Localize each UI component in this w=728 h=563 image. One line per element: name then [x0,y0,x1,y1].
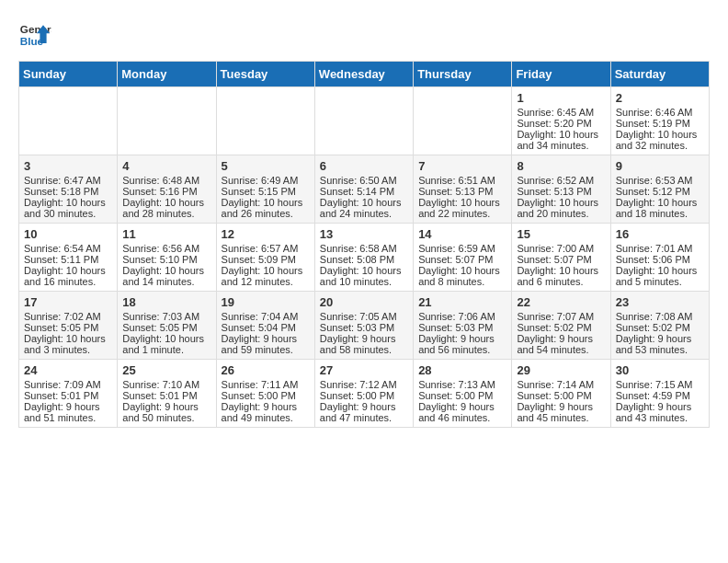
week-row-4: 17Sunrise: 7:02 AMSunset: 5:05 PMDayligh… [19,292,710,360]
daylight-text: Daylight: 9 hours and 49 minutes. [222,401,298,423]
logo-icon: General Blue [18,18,51,52]
sunrise-text: Sunrise: 7:15 AM [616,379,693,390]
calendar-cell: 18Sunrise: 7:03 AMSunset: 5:05 PMDayligh… [118,292,216,360]
calendar-cell: 27Sunrise: 7:12 AMSunset: 5:00 PMDayligh… [314,360,413,428]
calendar-cell: 26Sunrise: 7:11 AMSunset: 5:00 PMDayligh… [216,360,314,428]
calendar-cell: 29Sunrise: 7:14 AMSunset: 5:00 PMDayligh… [512,360,610,428]
sunrise-text: Sunrise: 6:49 AM [222,175,299,186]
logo: General Blue [18,18,51,52]
sunset-text: Sunset: 5:03 PM [418,322,493,333]
calendar-cell: 5Sunrise: 6:49 AMSunset: 5:15 PMDaylight… [216,155,314,224]
day-number: 27 [320,363,408,377]
day-number: 12 [222,227,310,241]
sunset-text: Sunset: 5:11 PM [24,254,98,265]
calendar-cell: 11Sunrise: 6:56 AMSunset: 5:10 PMDayligh… [118,224,216,292]
weekday-header-thursday: Thursday [414,62,512,87]
sunrise-text: Sunrise: 7:11 AM [222,379,299,390]
sunset-text: Sunset: 5:07 PM [418,254,493,265]
daylight-text: Daylight: 9 hours and 51 minutes. [24,401,100,423]
weekday-header-row: SundayMondayTuesdayWednesdayThursdayFrid… [19,62,710,87]
sunset-text: Sunset: 5:00 PM [517,390,591,401]
day-number: 28 [418,363,506,377]
day-number: 29 [517,363,605,377]
calendar-cell: 30Sunrise: 7:15 AMSunset: 4:59 PMDayligh… [610,360,709,428]
weekday-header-monday: Monday [118,62,216,87]
sunset-text: Sunset: 5:09 PM [222,254,296,265]
calendar-cell: 4Sunrise: 6:48 AMSunset: 5:16 PMDaylight… [118,155,216,224]
sunset-text: Sunset: 5:13 PM [517,186,591,197]
calendar-cell [118,87,216,155]
calendar-cell: 3Sunrise: 6:47 AMSunset: 5:18 PMDaylight… [19,155,118,224]
week-row-1: 1Sunrise: 6:45 AMSunset: 5:20 PMDaylight… [19,87,710,155]
page-header: General Blue [18,18,710,52]
weekday-header-saturday: Saturday [610,62,709,87]
sunrise-text: Sunrise: 7:12 AM [320,379,397,390]
sunrise-text: Sunrise: 6:59 AM [418,243,495,254]
sunrise-text: Sunrise: 7:09 AM [24,379,101,390]
sunset-text: Sunset: 5:05 PM [24,322,98,333]
weekday-header-friday: Friday [512,62,610,87]
daylight-text: Daylight: 9 hours and 54 minutes. [517,333,593,355]
calendar-cell: 9Sunrise: 6:53 AMSunset: 5:12 PMDaylight… [610,155,709,224]
daylight-text: Daylight: 9 hours and 59 minutes. [222,333,298,355]
daylight-text: Daylight: 9 hours and 45 minutes. [517,401,593,423]
calendar-cell: 14Sunrise: 6:59 AMSunset: 5:07 PMDayligh… [414,224,512,292]
sunrise-text: Sunrise: 6:50 AM [320,175,397,186]
day-number: 2 [616,91,704,105]
calendar-cell: 2Sunrise: 6:46 AMSunset: 5:19 PMDaylight… [610,87,709,155]
sunrise-text: Sunrise: 6:54 AM [24,243,101,254]
daylight-text: Daylight: 10 hours and 32 minutes. [616,129,698,151]
sunrise-text: Sunrise: 7:03 AM [122,311,199,322]
day-number: 10 [24,227,112,241]
calendar-cell: 21Sunrise: 7:06 AMSunset: 5:03 PMDayligh… [414,292,512,360]
sunset-text: Sunset: 5:08 PM [320,254,394,265]
calendar-cell: 17Sunrise: 7:02 AMSunset: 5:05 PMDayligh… [19,292,118,360]
week-row-3: 10Sunrise: 6:54 AMSunset: 5:11 PMDayligh… [19,224,710,292]
calendar-table: SundayMondayTuesdayWednesdayThursdayFrid… [18,61,710,428]
calendar-cell: 16Sunrise: 7:01 AMSunset: 5:06 PMDayligh… [610,224,709,292]
day-number: 17 [24,295,112,309]
sunset-text: Sunset: 5:00 PM [418,390,493,401]
sunset-text: Sunset: 5:14 PM [320,186,394,197]
sunrise-text: Sunrise: 6:48 AM [122,175,199,186]
sunset-text: Sunset: 5:07 PM [517,254,591,265]
calendar-cell: 20Sunrise: 7:05 AMSunset: 5:03 PMDayligh… [314,292,413,360]
sunset-text: Sunset: 5:05 PM [122,322,197,333]
calendar-cell [414,87,512,155]
day-number: 19 [222,295,310,309]
sunrise-text: Sunrise: 6:53 AM [616,175,693,186]
daylight-text: Daylight: 10 hours and 14 minutes. [122,265,204,287]
daylight-text: Daylight: 9 hours and 43 minutes. [616,401,692,423]
sunset-text: Sunset: 5:00 PM [222,390,296,401]
sunrise-text: Sunrise: 6:45 AM [517,107,594,118]
sunset-text: Sunset: 5:00 PM [320,390,394,401]
day-number: 14 [418,227,506,241]
weekday-header-tuesday: Tuesday [216,62,314,87]
sunset-text: Sunset: 5:04 PM [222,322,296,333]
sunrise-text: Sunrise: 6:56 AM [122,243,199,254]
sunrise-text: Sunrise: 7:13 AM [418,379,495,390]
day-number: 6 [320,159,408,173]
sunset-text: Sunset: 5:12 PM [616,186,690,197]
daylight-text: Daylight: 10 hours and 12 minutes. [222,265,303,287]
sunrise-text: Sunrise: 7:05 AM [320,311,397,322]
calendar-cell [314,87,413,155]
calendar-cell: 10Sunrise: 6:54 AMSunset: 5:11 PMDayligh… [19,224,118,292]
daylight-text: Daylight: 9 hours and 56 minutes. [418,333,495,355]
calendar-cell: 7Sunrise: 6:51 AMSunset: 5:13 PMDaylight… [414,155,512,224]
calendar-cell: 25Sunrise: 7:10 AMSunset: 5:01 PMDayligh… [118,360,216,428]
sunset-text: Sunset: 5:01 PM [122,390,197,401]
day-number: 23 [616,295,704,309]
daylight-text: Daylight: 10 hours and 22 minutes. [418,197,500,219]
sunrise-text: Sunrise: 6:58 AM [320,243,397,254]
sunrise-text: Sunrise: 7:08 AM [616,311,693,322]
daylight-text: Daylight: 10 hours and 3 minutes. [24,333,106,355]
daylight-text: Daylight: 10 hours and 24 minutes. [320,197,402,219]
day-number: 3 [24,159,112,173]
sunset-text: Sunset: 5:02 PM [616,322,690,333]
daylight-text: Daylight: 9 hours and 58 minutes. [320,333,396,355]
calendar-cell [19,87,118,155]
svg-text:General: General [20,23,51,35]
sunset-text: Sunset: 5:06 PM [616,254,690,265]
sunrise-text: Sunrise: 7:14 AM [517,379,594,390]
